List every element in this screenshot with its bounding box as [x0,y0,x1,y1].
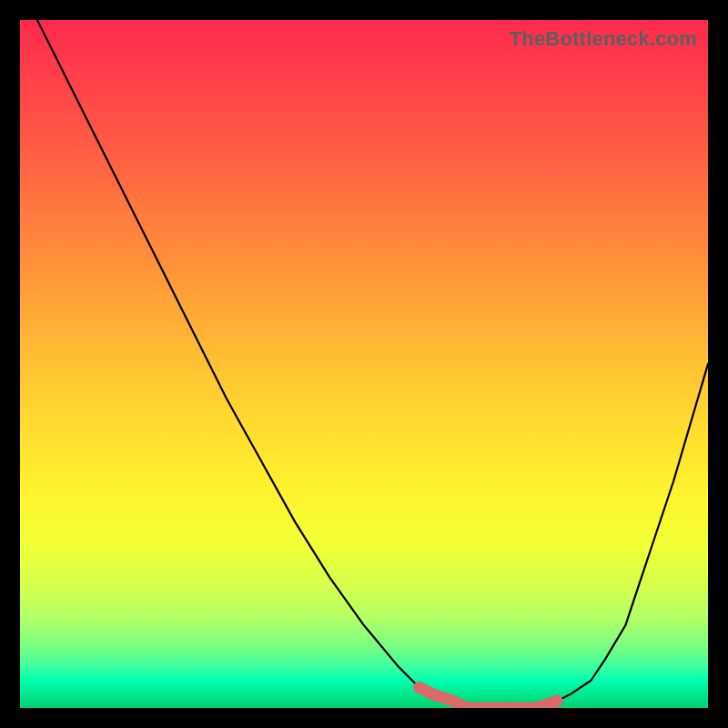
chart-frame: TheBottleneck.com [0,0,728,728]
chart-plot-area: TheBottleneck.com [20,20,708,708]
bottleneck-curve-path [20,20,708,708]
optimal-marker-path [419,687,556,708]
optimal-marker-end-dot [551,694,563,707]
chart-svg [20,20,708,708]
